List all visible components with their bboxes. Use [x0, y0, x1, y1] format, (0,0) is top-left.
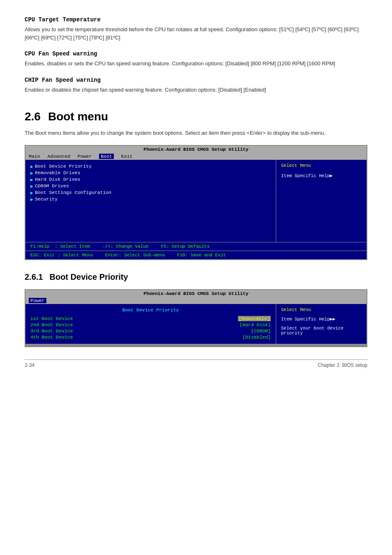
- bios-footer-f10: F10: Save and Exit: [177, 253, 226, 258]
- bios2-row-3rd[interactable]: 3rd Boot Device [CDROM]: [30, 328, 271, 334]
- bios-item-removable-drives[interactable]: ▶ Removable Drives: [30, 170, 271, 176]
- bios-right-panel: Select Menu Item Specific Help▶: [276, 160, 367, 242]
- bios-item-cdrom-drives[interactable]: ▶ CDROM Drives: [30, 183, 271, 189]
- bios2-right-title: Select Menu: [281, 307, 362, 312]
- chip-fan-speed-section: CHIP Fan Speed warning Enables or disabl…: [25, 77, 367, 94]
- bios2-row-2nd[interactable]: 2nd Boot Device [Hard Disk]: [30, 322, 271, 327]
- bios-content: ▶ Boot Device Priority ▶ Removable Drive…: [25, 160, 367, 242]
- bios2-section-title: Boot Device Priority: [30, 307, 271, 313]
- bios-right-item-help: Item Specific Help▶: [281, 173, 362, 178]
- bios-footer-esc: ESC: Exit : Select Menu: [30, 253, 93, 258]
- sub-section-heading: 2.6.1 Boot Device Priority: [25, 272, 367, 282]
- bios-footer: F1:Help : Select Item -/+: Change Value …: [25, 242, 367, 251]
- chapter-intro: The Boot menu items allow you to change …: [25, 129, 367, 138]
- bios-footer-change: -/+: Change Value: [102, 244, 148, 249]
- bios-right-select-menu: Select Menu: [281, 163, 362, 168]
- bios2-menu-bar: Power: [25, 297, 367, 304]
- bios-menu-bar: Main Advanced Power Boot Exit: [25, 153, 367, 160]
- bios-footer2: ESC: Exit : Select Menu Enter: Select Su…: [25, 251, 367, 259]
- cpu-target-temp-heading: CPU Target Temperature: [25, 16, 367, 23]
- page-footer: 2-34 Chapter 2: BIOS setup: [25, 359, 367, 368]
- arrow-icon: ▶: [30, 164, 33, 169]
- bios-item-hard-disk-drives[interactable]: ▶ Hard Disk Drives: [30, 176, 271, 183]
- cpu-target-temp-body: Allows you to set the temperature thresh…: [25, 25, 367, 41]
- cpu-fan-speed-body: Enables, disables or sets the CPU fan sp…: [25, 60, 367, 68]
- chapter-heading: 2.6 Boot menu: [25, 110, 367, 123]
- bios-left-panel: ▶ Boot Device Priority ▶ Removable Drive…: [25, 160, 276, 242]
- bios2-left-panel: Boot Device Priority 1st Boot Device [Re…: [25, 304, 276, 344]
- page-footer-right: Chapter 2: BIOS setup: [318, 362, 367, 368]
- bios-menu-advanced[interactable]: Advanced: [48, 154, 70, 159]
- bios2-row-4th[interactable]: 4th Boot Device [Disabled]: [30, 334, 271, 340]
- chip-fan-speed-heading: CHIP Fan Speed warning: [25, 77, 367, 83]
- arrow-icon: ▶: [30, 177, 33, 182]
- arrow-icon: ▶: [30, 183, 33, 189]
- chapter-num: 2.6: [25, 110, 41, 123]
- bios-title: Phoenix-Award BIOS CMOS Setup Utility: [25, 146, 367, 153]
- bios2-right-sub: Select your boot device priority: [281, 326, 362, 336]
- bios-footer-f5: F5: Setup Defaults: [161, 244, 210, 249]
- cpu-target-temp-section: CPU Target Temperature Allows you to set…: [25, 16, 367, 41]
- bios2-right-help: Item Specific Help▶▶: [281, 316, 362, 322]
- bios-menu-exit[interactable]: Exit: [121, 154, 133, 159]
- cpu-fan-speed-section: CPU Fan Speed warning Enables, disables …: [25, 51, 367, 68]
- arrow-icon: ▶: [30, 190, 33, 196]
- bios2-menu-power[interactable]: Power: [29, 298, 46, 303]
- bios-screen-boot-device: Phoenix-Award BIOS CMOS Setup Utility Po…: [25, 289, 367, 347]
- bios-item-boot-device-priority[interactable]: ▶ Boot Device Priority: [30, 163, 271, 170]
- cpu-fan-speed-heading: CPU Fan Speed warning: [25, 51, 367, 57]
- sub-section-num: 2.6.1: [25, 272, 43, 282]
- bios2-right-panel: Select Menu Item Specific Help▶▶ Select …: [276, 304, 367, 344]
- page-footer-left: 2-34: [25, 362, 35, 368]
- bios-item-security[interactable]: ▶ Security: [30, 196, 271, 203]
- chip-fan-speed-body: Enables or disables the chipset fan spee…: [25, 86, 367, 94]
- bios-item-boot-settings[interactable]: ▶ Boot Settings Configuration: [30, 189, 271, 196]
- bios2-content: Boot Device Priority 1st Boot Device [Re…: [25, 304, 367, 344]
- bios-menu-power[interactable]: Power: [78, 154, 92, 159]
- sub-section-title: Boot Device Priority: [49, 272, 128, 282]
- bios2-items: 1st Boot Device [Removable] 2nd Boot Dev…: [30, 316, 271, 340]
- bios-menu-main[interactable]: Main: [29, 154, 40, 159]
- arrow-icon: ▶: [30, 196, 33, 202]
- bios2-row-1st[interactable]: 1st Boot Device [Removable]: [30, 316, 271, 321]
- bios2-bottom-bar: [25, 344, 367, 346]
- arrow-icon: ▶: [30, 170, 33, 176]
- bios2-title: Phoenix-Award BIOS CMOS Setup Utility: [25, 290, 367, 297]
- bios-menu-boot[interactable]: Boot: [99, 154, 114, 159]
- chapter-title: Boot menu: [48, 110, 108, 123]
- bios-screen-boot: Phoenix-Award BIOS CMOS Setup Utility Ma…: [25, 145, 367, 260]
- bios-footer-f1: F1:Help : Select Item: [30, 244, 90, 249]
- bios-footer-enter: Enter: Select Sub-menu: [105, 253, 165, 258]
